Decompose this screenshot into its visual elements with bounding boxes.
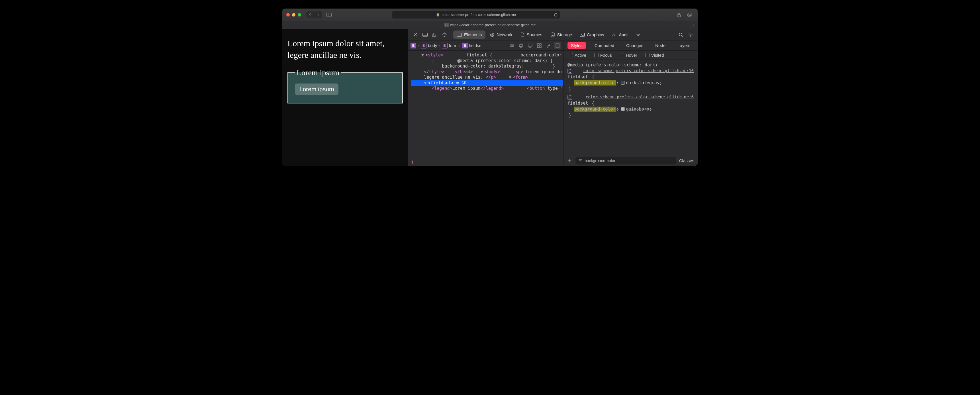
styles-panel: Styles Computed Changes Node Layers Acti…	[563, 40, 698, 166]
svg-rect-28	[528, 44, 532, 47]
pseudo-visited[interactable]: Visited	[645, 53, 664, 57]
paint-flashing-icon[interactable]	[545, 42, 552, 49]
tab-network[interactable]: Network	[487, 30, 516, 39]
styles-tab-computed[interactable]: Computed	[591, 42, 617, 49]
lock-icon: 🔒	[436, 13, 440, 16]
svg-point-23	[690, 34, 691, 35]
more-tabs-button[interactable]: »	[633, 31, 641, 39]
browser-window: 🔒 color-scheme-prefers-color-scheme.glit…	[282, 8, 698, 166]
breadcrumb-form[interactable]: Eform	[442, 43, 458, 48]
tab-elements[interactable]: Elements	[453, 30, 485, 39]
styles-tab-node[interactable]: Node	[652, 42, 669, 49]
svg-rect-7	[432, 33, 436, 37]
new-tab-button[interactable]: ＋	[691, 22, 695, 28]
page-button[interactable]: Lorem ipsum	[295, 83, 339, 95]
svg-point-21	[679, 33, 682, 36]
console-prompt[interactable]: ❯	[408, 158, 563, 166]
address-bar[interactable]: 🔒 color-scheme-prefers-color-scheme.glit…	[392, 11, 560, 19]
page-legend: Lorem ipsum	[295, 68, 341, 77]
close-window-button[interactable]	[286, 13, 290, 16]
styles-tab-styles[interactable]: Styles	[568, 42, 586, 49]
reload-button[interactable]	[554, 13, 558, 17]
print-styles-icon[interactable]	[518, 42, 525, 49]
dock-bottom-icon[interactable]	[421, 31, 429, 39]
tab-favicon: C	[444, 23, 449, 27]
svg-point-20	[581, 33, 582, 35]
svg-point-18	[551, 32, 554, 34]
svg-rect-4	[689, 13, 692, 15]
dom-breadcrumb: E › Ebody › Eform › Efieldset	[408, 40, 563, 51]
pseudo-hover[interactable]: Hover	[620, 53, 637, 57]
styles-tab-bar: Styles Computed Changes Node Layers	[563, 40, 698, 51]
svg-rect-3	[687, 14, 690, 16]
svg-rect-0	[327, 13, 332, 16]
svg-rect-33	[539, 46, 541, 48]
svg-rect-26	[520, 44, 522, 45]
share-button[interactable]	[675, 11, 683, 18]
style-rules[interactable]: @media (prefers-color-scheme: dark){}col…	[563, 60, 698, 155]
force-appearance-icon[interactable]	[527, 42, 534, 49]
breadcrumb-body[interactable]: Ebody	[421, 43, 437, 48]
svg-rect-32	[537, 46, 539, 48]
svg-rect-34	[556, 44, 559, 48]
layout-bounds-icon[interactable]	[554, 42, 561, 49]
svg-rect-25	[519, 45, 523, 47]
settings-button[interactable]	[686, 31, 695, 39]
pseudo-active[interactable]: Active	[569, 53, 586, 57]
browser-toolbar: 🔒 color-scheme-prefers-color-scheme.glit…	[282, 8, 698, 21]
address-text: color-scheme-prefers-color-scheme.glitch…	[442, 13, 516, 17]
close-devtools-button[interactable]	[411, 31, 420, 39]
rendered-page: Lorem ipsum dolor sit amet, legere ancil…	[282, 29, 408, 166]
devtools-tab-bar: Elements Network Sources Storage Graphic…	[408, 29, 698, 40]
new-rule-button[interactable]: ＋	[567, 157, 573, 164]
filter-icon	[578, 159, 582, 162]
svg-rect-14	[457, 33, 461, 37]
search-button[interactable]	[676, 31, 685, 39]
sidebar-toggle-button[interactable]	[325, 11, 333, 18]
styles-tab-layers[interactable]: Layers	[674, 42, 694, 49]
content-area: Lorem ipsum dolor sit amet, legere ancil…	[282, 29, 698, 166]
page-paragraph: Lorem ipsum dolor sit amet, legere ancil…	[288, 38, 403, 61]
compositing-icon[interactable]	[536, 42, 543, 49]
page-fieldset: Lorem ipsum Lorem ipsum	[288, 68, 403, 104]
tab-audit[interactable]: Audit	[609, 30, 632, 39]
minimize-window-button[interactable]	[292, 13, 296, 16]
window-controls	[286, 13, 301, 16]
pseudo-class-toggles: Active Focus Hover Visited	[563, 51, 698, 60]
tab-title[interactable]: https://color-scheme-prefers-color-schem…	[450, 23, 536, 27]
tab-storage[interactable]: Storage	[547, 30, 576, 39]
devtools: Elements Network Sources Storage Graphic…	[408, 29, 698, 166]
styles-footer: ＋ background-color Classes	[563, 155, 698, 166]
nav-buttons	[306, 11, 322, 18]
breadcrumb-root[interactable]: E	[410, 43, 416, 48]
zoom-window-button[interactable]	[298, 13, 301, 16]
dom-panel: E › Ebody › Eform › Efieldset	[408, 40, 563, 166]
styles-filter-input[interactable]: background-color	[576, 157, 676, 164]
dock-popout-icon[interactable]	[430, 31, 439, 39]
dom-tree[interactable]: ▼<style> fieldset { background-color: ga…	[408, 51, 563, 158]
classes-toggle[interactable]: Classes	[679, 158, 694, 163]
tab-strip: C https://color-scheme-prefers-color-sch…	[282, 21, 698, 29]
element-picker-icon[interactable]	[440, 31, 449, 39]
svg-line-22	[682, 36, 683, 37]
svg-rect-8	[434, 33, 437, 36]
ruler-icon[interactable]	[509, 42, 515, 49]
svg-rect-30	[537, 44, 539, 45]
styles-tab-changes[interactable]: Changes	[623, 42, 647, 49]
tab-sources[interactable]: Sources	[517, 30, 546, 39]
back-button[interactable]	[306, 11, 314, 18]
tabs-overview-button[interactable]	[686, 11, 694, 18]
pseudo-focus[interactable]: Focus	[594, 53, 612, 57]
tab-graphics[interactable]: Graphics	[577, 30, 608, 39]
svg-rect-5	[423, 33, 427, 37]
forward-button[interactable]	[314, 11, 322, 18]
svg-rect-31	[539, 44, 541, 45]
breadcrumb-fieldset[interactable]: Efieldset	[462, 43, 483, 48]
